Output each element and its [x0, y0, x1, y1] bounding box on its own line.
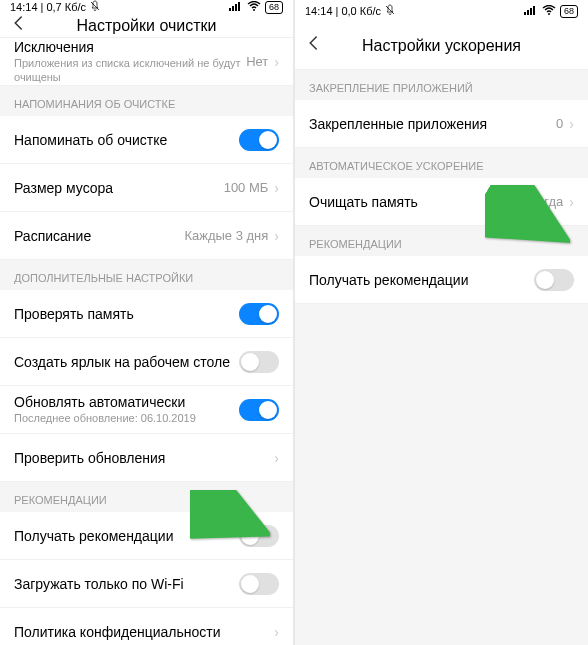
- status-speed: 0,0 Кб/с: [341, 5, 381, 17]
- recommend-title-left: Получать рекомендации: [14, 528, 173, 544]
- battery-icon: 68: [560, 5, 578, 18]
- chevron-right-icon: ›: [569, 194, 574, 210]
- clear-memory-title: Очищать память: [309, 194, 418, 210]
- chevron-right-icon: ›: [569, 116, 574, 132]
- svg-rect-1: [229, 8, 231, 11]
- recommend-title-right: Получать рекомендации: [309, 272, 468, 288]
- shortcut-title: Создать ярлык на рабочем столе: [14, 354, 230, 370]
- page-title: Настройки очистки: [0, 17, 293, 35]
- status-bar: 14:14 | 0,7 Кб/с 68: [0, 0, 293, 14]
- page-title: Настройки ускорения: [295, 37, 588, 55]
- chevron-right-icon: ›: [274, 180, 279, 196]
- check-memory-title: Проверять память: [14, 306, 134, 322]
- chevron-right-icon: ›: [274, 624, 279, 640]
- trash-size-value: 100 МБ: [224, 180, 269, 195]
- svg-rect-3: [235, 4, 237, 11]
- check-updates-title: Проверить обновления: [14, 450, 165, 466]
- row-autoupdate[interactable]: Обновлять автоматически Последнее обновл…: [0, 386, 293, 434]
- check-memory-toggle[interactable]: [239, 303, 279, 325]
- row-clear-memory[interactable]: Очищать память Никогда ›: [295, 178, 588, 226]
- trash-size-title: Размер мусора: [14, 180, 113, 196]
- row-check-updates[interactable]: Проверить обновления ›: [0, 434, 293, 482]
- status-speed: 0,7 Кб/с: [46, 1, 86, 13]
- exclusions-title: Исключения: [14, 39, 246, 55]
- row-privacy[interactable]: Политика конфиденциальности ›: [0, 608, 293, 645]
- row-trash-size[interactable]: Размер мусора 100 МБ ›: [0, 164, 293, 212]
- section-reminders: НАПОМИНАНИЯ ОБ ОЧИСТКЕ: [0, 86, 293, 116]
- exclusions-sub: Приложения из списка исключений не будут…: [14, 57, 246, 83]
- exclusions-value: Нет: [246, 54, 268, 69]
- mute-icon: [89, 0, 101, 14]
- section-additional: ДОПОЛНИТЕЛЬНЫЕ НАСТРОЙКИ: [0, 260, 293, 290]
- remind-toggle[interactable]: [239, 129, 279, 151]
- shortcut-toggle[interactable]: [239, 351, 279, 373]
- svg-rect-8: [524, 12, 526, 15]
- autoupdate-sub: Последнее обновление: 06.10.2019: [14, 412, 239, 425]
- autoupdate-title: Обновлять автоматически: [14, 394, 239, 410]
- row-check-memory[interactable]: Проверять память: [0, 290, 293, 338]
- svg-rect-4: [238, 2, 240, 11]
- header: Настройки ускорения: [295, 22, 588, 70]
- signal-icon: [524, 5, 538, 17]
- signal-icon: [229, 1, 243, 13]
- schedule-title: Расписание: [14, 228, 91, 244]
- header: Настройки очистки: [0, 14, 293, 38]
- row-recommend-left[interactable]: Получать рекомендации: [0, 512, 293, 560]
- clear-memory-value: Никогда: [515, 194, 564, 209]
- autoupdate-toggle[interactable]: [239, 399, 279, 421]
- status-bar: 14:14 | 0,0 Кб/с 68: [295, 0, 588, 22]
- pinned-value: 0: [556, 116, 563, 131]
- recommend-toggle-right[interactable]: [534, 269, 574, 291]
- wifi-only-title: Загружать только по Wi-Fi: [14, 576, 184, 592]
- screen-cleanup-settings: 14:14 | 0,7 Кб/с 68 Настройки очистки Ис…: [0, 0, 293, 645]
- svg-rect-9: [527, 10, 529, 15]
- chevron-right-icon: ›: [274, 450, 279, 466]
- back-button[interactable]: [305, 34, 329, 57]
- section-recommend-left: РЕКОМЕНДАЦИИ: [0, 482, 293, 512]
- recommend-toggle-left[interactable]: [239, 525, 279, 547]
- wifi-icon: [247, 1, 261, 13]
- pinned-title: Закрепленные приложения: [309, 116, 487, 132]
- svg-point-5: [253, 9, 255, 11]
- svg-point-12: [548, 13, 550, 15]
- wifi-only-toggle[interactable]: [239, 573, 279, 595]
- section-pinned: ЗАКРЕПЛЕНИЕ ПРИЛОЖЕНИЙ: [295, 70, 588, 100]
- svg-line-7: [386, 6, 394, 14]
- section-auto: АВТОМАТИЧЕСКОЕ УСКОРЕНИЕ: [295, 148, 588, 178]
- row-recommend-right[interactable]: Получать рекомендации: [295, 256, 588, 304]
- svg-rect-10: [530, 8, 532, 15]
- schedule-value: Каждые 3 дня: [184, 228, 268, 243]
- battery-icon: 68: [265, 1, 283, 14]
- row-schedule[interactable]: Расписание Каждые 3 дня ›: [0, 212, 293, 260]
- chevron-right-icon: ›: [274, 54, 279, 70]
- status-time: 14:14: [10, 1, 38, 13]
- section-recommend-right: РЕКОМЕНДАЦИИ: [295, 226, 588, 256]
- svg-rect-11: [533, 6, 535, 15]
- status-time: 14:14: [305, 5, 333, 17]
- screen-boost-settings: 14:14 | 0,0 Кб/с 68 Настройки ускорения …: [295, 0, 588, 645]
- mute-icon: [384, 4, 396, 18]
- row-remind[interactable]: Напоминать об очистке: [0, 116, 293, 164]
- row-wifi-only[interactable]: Загружать только по Wi-Fi: [0, 560, 293, 608]
- svg-rect-2: [232, 6, 234, 11]
- svg-line-0: [91, 2, 99, 10]
- privacy-title: Политика конфиденциальности: [14, 624, 221, 640]
- remind-title: Напоминать об очистке: [14, 132, 167, 148]
- chevron-right-icon: ›: [274, 228, 279, 244]
- row-pinned-apps[interactable]: Закрепленные приложения 0 ›: [295, 100, 588, 148]
- row-exclusions[interactable]: Исключения Приложения из списка исключен…: [0, 38, 293, 86]
- wifi-icon: [542, 5, 556, 17]
- back-button[interactable]: [10, 14, 34, 37]
- row-shortcut[interactable]: Создать ярлык на рабочем столе: [0, 338, 293, 386]
